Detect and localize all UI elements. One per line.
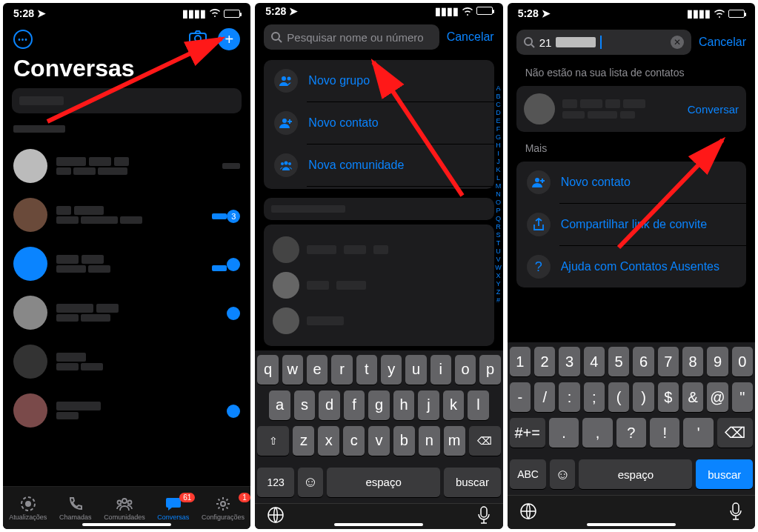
- key-"[interactable]: ": [732, 382, 753, 412]
- key-f[interactable]: f: [344, 390, 365, 420]
- shift-key[interactable]: ⇧: [257, 426, 289, 456]
- key-h[interactable]: h: [393, 390, 414, 420]
- key-9[interactable]: 9: [707, 347, 728, 376]
- key-4[interactable]: 4: [584, 347, 605, 376]
- chat-row[interactable]: [3, 142, 250, 190]
- numbers-key[interactable]: 123: [257, 468, 294, 497]
- globe-key[interactable]: [519, 502, 537, 523]
- conversar-button[interactable]: Conversar: [688, 103, 739, 116]
- space-key[interactable]: espaço: [327, 468, 440, 497]
- key-7[interactable]: 7: [658, 347, 679, 376]
- contact-row[interactable]: [271, 267, 486, 303]
- key--[interactable]: -: [510, 382, 531, 412]
- key-0[interactable]: 0: [732, 347, 753, 376]
- tab-settings[interactable]: Configurações 1: [202, 496, 245, 521]
- key-![interactable]: !: [650, 418, 679, 448]
- key-@[interactable]: @: [707, 382, 728, 412]
- new-community-button[interactable]: Nova comunidade: [264, 144, 493, 186]
- symbols-key[interactable]: #+=: [510, 418, 545, 448]
- home-indicator[interactable]: [334, 523, 423, 526]
- return-key[interactable]: buscar: [696, 459, 753, 489]
- key-([interactable]: (: [608, 382, 629, 412]
- clear-search-button[interactable]: ✕: [671, 36, 684, 49]
- key-o[interactable]: o: [455, 355, 476, 385]
- chat-row[interactable]: [3, 386, 250, 435]
- key-d[interactable]: d: [319, 390, 339, 420]
- key-5[interactable]: 5: [608, 347, 629, 376]
- key-j[interactable]: j: [418, 390, 439, 420]
- key-?[interactable]: ?: [616, 418, 646, 448]
- key-a[interactable]: a: [269, 390, 290, 420]
- key-l[interactable]: l: [468, 390, 488, 420]
- key-b[interactable]: b: [393, 426, 415, 456]
- key-v[interactable]: v: [368, 426, 390, 456]
- key-y[interactable]: y: [381, 355, 402, 385]
- key-g[interactable]: g: [368, 390, 389, 420]
- return-key[interactable]: buscar: [444, 468, 501, 497]
- az-index[interactable]: ABCDEFGHIJKLMNOPQRSTUVWXYZ#: [495, 84, 502, 305]
- search-input[interactable]: Pesquisar nome ou número: [264, 24, 439, 50]
- mic-key[interactable]: [476, 505, 491, 528]
- key-$[interactable]: $: [658, 382, 679, 412]
- contact-row[interactable]: [271, 303, 486, 339]
- home-indicator[interactable]: [82, 523, 171, 526]
- key-i[interactable]: i: [430, 355, 451, 385]
- key-2[interactable]: 2: [534, 347, 555, 376]
- chat-row[interactable]: [3, 288, 250, 337]
- contact-row[interactable]: [271, 232, 486, 267]
- chat-row[interactable]: [3, 239, 250, 288]
- cancel-button[interactable]: Cancelar: [447, 30, 494, 44]
- tab-calls[interactable]: Chamadas: [59, 496, 92, 521]
- backspace-key[interactable]: ⌫: [469, 426, 501, 456]
- camera-icon[interactable]: [188, 30, 207, 49]
- key-p[interactable]: p: [479, 355, 500, 385]
- new-contact-button[interactable]: Novo contato: [516, 162, 746, 203]
- space-key[interactable]: espaço: [579, 459, 692, 489]
- key-/[interactable]: /: [534, 382, 555, 412]
- backspace-key[interactable]: ⌫: [717, 418, 753, 448]
- key-w[interactable]: w: [282, 355, 303, 385]
- search-input[interactable]: 21 ✕: [516, 30, 691, 55]
- key-,[interactable]: ,: [582, 418, 612, 448]
- key-)[interactable]: ): [633, 382, 654, 412]
- share-invite-button[interactable]: Compartilhar link de convite: [516, 204, 746, 245]
- globe-key[interactable]: [267, 506, 285, 527]
- key-1[interactable]: 1: [510, 347, 531, 376]
- home-indicator[interactable]: [587, 523, 676, 526]
- key-t[interactable]: t: [356, 355, 377, 385]
- chat-row[interactable]: 3: [3, 190, 250, 239]
- archived-row[interactable]: [3, 119, 250, 142]
- key-s[interactable]: s: [294, 390, 315, 420]
- key-k[interactable]: k: [443, 390, 464, 420]
- key-u[interactable]: u: [405, 355, 426, 385]
- key-;[interactable]: ;: [584, 382, 605, 412]
- key-m[interactable]: m: [444, 426, 465, 456]
- key-:[interactable]: :: [559, 382, 579, 412]
- key-x[interactable]: x: [318, 426, 339, 456]
- tab-chats[interactable]: Conversas 61: [157, 496, 189, 521]
- key-e[interactable]: e: [307, 355, 328, 385]
- key-'[interactable]: ': [683, 418, 713, 448]
- key-6[interactable]: 6: [633, 347, 654, 376]
- new-broadcast-button[interactable]: Nova transmissão: [264, 187, 493, 188]
- key-n[interactable]: n: [419, 426, 440, 456]
- key-c[interactable]: c: [343, 426, 365, 456]
- tab-communities[interactable]: Comunidades: [104, 496, 145, 521]
- new-contact-button[interactable]: Novo contato: [264, 102, 493, 144]
- key-3[interactable]: 3: [559, 347, 579, 376]
- mic-key[interactable]: [728, 502, 743, 524]
- key-.[interactable]: .: [549, 418, 579, 448]
- key-&[interactable]: &: [682, 382, 703, 412]
- more-menu-button[interactable]: •••: [13, 30, 33, 49]
- emoji-key[interactable]: ☺: [298, 468, 323, 497]
- new-chat-button[interactable]: +: [218, 28, 240, 50]
- key-8[interactable]: 8: [682, 347, 703, 376]
- key-q[interactable]: q: [257, 355, 278, 385]
- abc-key[interactable]: ABC: [510, 459, 547, 489]
- help-missing-button[interactable]: ? Ajuda com Contatos Ausentes: [516, 246, 746, 287]
- key-z[interactable]: z: [293, 426, 314, 456]
- key-r[interactable]: r: [331, 355, 352, 385]
- chat-row[interactable]: [3, 337, 250, 386]
- cancel-button[interactable]: Cancelar: [699, 36, 746, 49]
- search-input[interactable]: [12, 88, 242, 113]
